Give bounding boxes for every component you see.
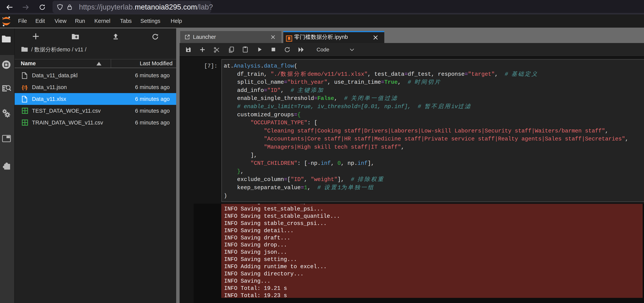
svg-text:{: { bbox=[22, 84, 24, 90]
svg-text:}: } bbox=[26, 84, 28, 90]
